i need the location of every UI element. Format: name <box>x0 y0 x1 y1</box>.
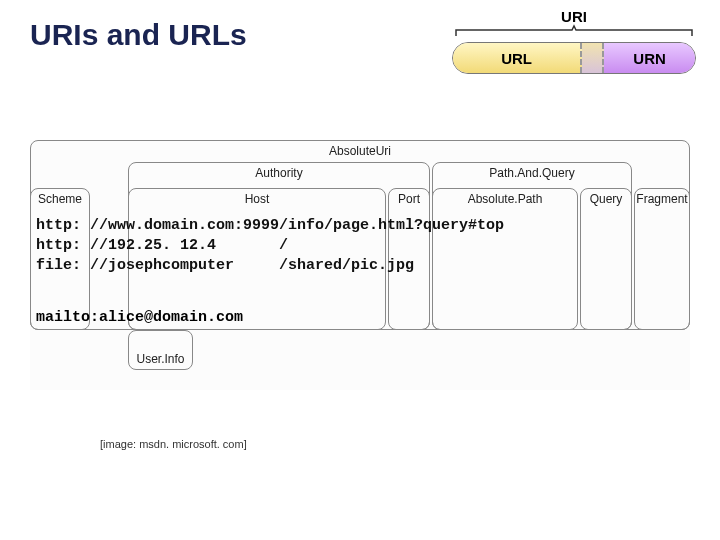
pill-row: URL URN <box>452 42 696 74</box>
box-userinfo: User.Info <box>128 330 193 370</box>
pill-overlap <box>582 43 604 73</box>
box-query: Query <box>580 188 632 330</box>
image-caption: [image: msdn. microsoft. com] <box>100 438 247 450</box>
uri-label: URI <box>448 8 700 25</box>
pill-urn: URN <box>604 43 695 73</box>
uri-example-rows: http: //www.domain.com:9999/info/page.ht… <box>36 216 504 276</box>
uri-urn-url-diagram: URI URL URN <box>448 8 700 78</box>
box-fragment: Fragment <box>634 188 690 330</box>
pill-url: URL <box>453 43 582 73</box>
uri-parts-diagram: AbsoluteUri Authority Path.And.Query Sch… <box>30 140 690 390</box>
uri-bracket <box>454 24 694 38</box>
slide-title: URIs and URLs <box>30 18 247 52</box>
uri-example-mailto: mailto:alice@domain.com <box>36 308 243 328</box>
